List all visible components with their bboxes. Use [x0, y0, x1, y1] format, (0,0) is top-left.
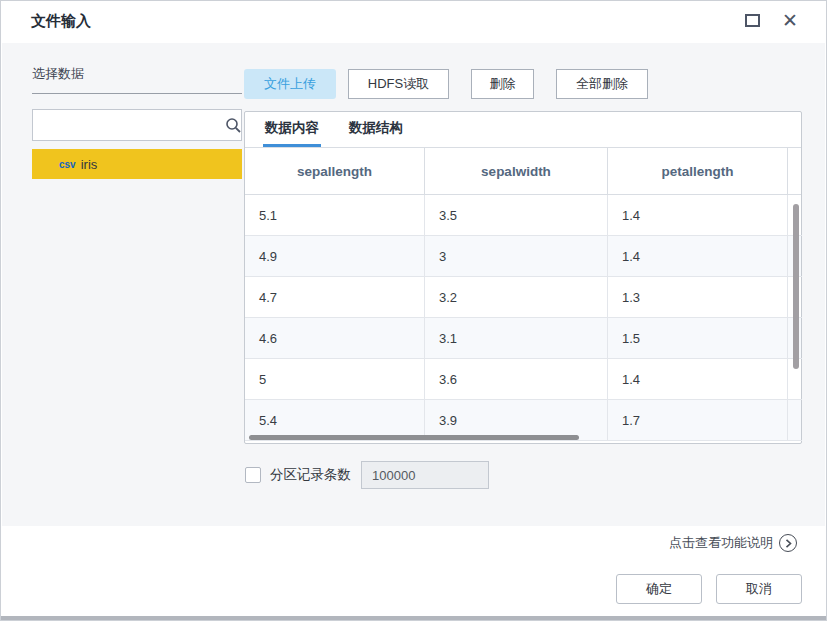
dialog-body: 选择数据 csv iris 文件上传 HDFS读取 删除 全部删除 数据内容 [2, 43, 825, 526]
help-link[interactable]: 点击查看功能说明 [669, 534, 797, 552]
search-box [32, 109, 242, 141]
table-cell: 4.9 [245, 236, 425, 277]
table-cell: 3.5 [425, 195, 608, 236]
table-row: 4.9 3 1.4 [245, 236, 801, 277]
ok-button[interactable]: 确定 [616, 574, 702, 604]
column-header: sepallength [245, 148, 425, 195]
delete-all-button[interactable]: 全部删除 [556, 69, 648, 99]
partition-checkbox[interactable] [245, 467, 261, 483]
table-row: 4.6 3.1 1.5 [245, 318, 801, 359]
table-cell: 5 [245, 359, 425, 400]
search-icon[interactable] [225, 117, 242, 134]
file-input-dialog: 文件输入 ✕ 选择数据 csv iris 文件上传 HDFS读取 [0, 0, 827, 621]
maximize-icon[interactable] [745, 14, 760, 27]
tab-data-content[interactable]: 数据内容 [263, 112, 321, 147]
dataset-item-iris[interactable]: csv iris [32, 149, 242, 179]
table-cell: 1.4 [608, 195, 788, 236]
titlebar: 文件输入 ✕ [1, 1, 826, 43]
table-cell: 1.4 [608, 359, 788, 400]
table-cell: 3.2 [425, 277, 608, 318]
dialog-title: 文件输入 [31, 12, 91, 31]
table-cell: 3.6 [425, 359, 608, 400]
table-cell: 1.7 [608, 400, 788, 441]
delete-button[interactable]: 删除 [471, 69, 534, 99]
csv-type-badge: csv [59, 159, 76, 170]
table-cell: 1.3 [608, 277, 788, 318]
data-panel: 数据内容 数据结构 sepallength sepalwidth petalle… [244, 111, 802, 444]
search-input[interactable] [33, 110, 225, 140]
window-bottom-edge [1, 616, 826, 620]
dataset-name: iris [81, 157, 98, 172]
column-header-partial [788, 148, 801, 195]
select-data-label: 选择数据 [32, 65, 242, 94]
table-cell: 1.4 [608, 236, 788, 277]
cancel-button[interactable]: 取消 [716, 574, 802, 604]
table-cell: 5.1 [245, 195, 425, 236]
vertical-scrollbar[interactable] [793, 204, 799, 369]
partition-label: 分区记录条数 [270, 466, 351, 484]
tab-bar: 数据内容 数据结构 [245, 112, 801, 148]
partition-count-input[interactable] [361, 461, 489, 489]
table-row: 4.7 3.2 1.3 [245, 277, 801, 318]
help-link-text: 点击查看功能说明 [669, 534, 773, 552]
partition-row: 分区记录条数 [245, 461, 489, 489]
table-cell: 3 [425, 236, 608, 277]
table-cell: 1.5 [608, 318, 788, 359]
file-upload-button[interactable]: 文件上传 [244, 69, 336, 99]
table-row: 5.1 3.5 1.4 [245, 195, 801, 236]
table-body: 5.1 3.5 1.4 4.9 3 1.4 4.7 3.2 1.3 [245, 195, 801, 441]
table-cell: 3.1 [425, 318, 608, 359]
table-header: sepallength sepalwidth petallength [245, 148, 801, 195]
chevron-right-circle-icon [779, 534, 797, 552]
table-row: 5 3.6 1.4 [245, 359, 801, 400]
close-icon[interactable]: ✕ [782, 11, 798, 30]
window-controls: ✕ [745, 11, 798, 30]
toolbar: 文件上传 HDFS读取 删除 全部删除 [244, 69, 648, 99]
hdfs-read-button[interactable]: HDFS读取 [348, 69, 449, 99]
horizontal-scrollbar[interactable] [249, 435, 579, 440]
table-cell-partial [788, 400, 802, 441]
column-header: sepalwidth [425, 148, 608, 195]
dialog-footer: 点击查看功能说明 确定 取消 [2, 526, 825, 617]
tab-data-structure[interactable]: 数据结构 [347, 112, 405, 147]
table-cell: 4.7 [245, 277, 425, 318]
column-header: petallength [608, 148, 788, 195]
table-cell: 4.6 [245, 318, 425, 359]
